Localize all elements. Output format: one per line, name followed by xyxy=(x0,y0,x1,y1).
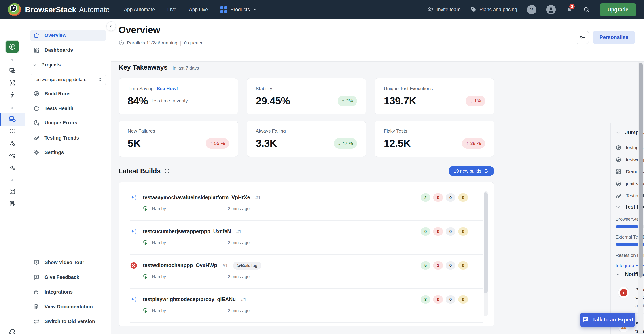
observability-sidebar: Overview Dashboards Projects testwdiojas… xyxy=(25,19,111,334)
upgrade-button[interactable]: Upgrade xyxy=(600,3,636,16)
sidebar-projects-header[interactable]: Projects xyxy=(30,60,106,70)
sidebar-item-show-video-tour[interactable]: Show Video Tour xyxy=(30,257,106,268)
build-number: #1 xyxy=(241,297,246,302)
builds-list-scrollbar[interactable] xyxy=(484,191,488,316)
sidebar-item-label: Give Feedback xyxy=(44,274,79,280)
access-key-button[interactable] xyxy=(576,31,589,44)
nav-link-app-automate[interactable]: App Automate xyxy=(124,7,155,12)
sidebar-item-tests-health[interactable]: Tests Health xyxy=(30,102,106,114)
chevron-left-icon xyxy=(109,24,113,28)
sidebar-item-give-feedback[interactable]: Give Feedback xyxy=(30,272,106,283)
build-name[interactable]: testwdiomochanppp_OyxHWp xyxy=(143,262,217,268)
dashboard-icon xyxy=(616,169,622,174)
sidebar-item-label: Tests Health xyxy=(44,106,73,111)
shield-check-icon xyxy=(142,206,148,212)
rail-requirement-testing-icon[interactable] xyxy=(8,199,17,208)
build-row[interactable]: testplaywrightcodeceptproxy_qIEANu #1 3 … xyxy=(130,288,483,322)
nav-link-app-live[interactable]: App Live xyxy=(189,7,208,12)
sidebar-item-label: Testing Trends xyxy=(44,135,79,141)
parallels-gauge-icon xyxy=(118,40,124,46)
trend-badge-down: 47 % xyxy=(334,138,357,149)
search-icon[interactable] xyxy=(583,6,590,13)
rail-test-observability-icon[interactable] xyxy=(8,114,17,124)
talk-to-expert-button[interactable]: Talk to an Expert xyxy=(580,312,635,327)
page-scrollbar-thumb[interactable] xyxy=(639,63,643,278)
brand-name[interactable]: BrowserStack xyxy=(25,5,76,14)
project-selector-dropdown[interactable]: testwdiojasminepppdefau... xyxy=(31,74,106,86)
sidebar-item-switch-old-version[interactable]: Switch to Old Version xyxy=(30,316,106,327)
brand-product: Automate xyxy=(79,6,110,14)
build-row[interactable]: testwdiomochanppp_OyxHWp #1 @BuildTag 5 … xyxy=(130,255,483,288)
passed-count-badge: 2 xyxy=(420,194,430,202)
sidebar-item-overview[interactable]: Overview xyxy=(30,30,106,41)
nav-link-live[interactable]: Live xyxy=(167,7,176,12)
rail-app-grid-icon[interactable] xyxy=(8,126,17,136)
kpi-value: 139.7K xyxy=(384,95,416,107)
ran-by-label: Ran by xyxy=(152,274,166,279)
tag-icon xyxy=(470,6,477,13)
invite-team-button[interactable]: Invite team xyxy=(427,6,461,13)
rail-visual-review-icon[interactable] xyxy=(8,151,17,160)
chevron-down-icon[interactable] xyxy=(616,204,620,210)
arrow-down-icon xyxy=(470,98,472,104)
rail-support-headset-icon[interactable] xyxy=(8,326,17,334)
sidebar-item-view-documentation[interactable]: View Documentation xyxy=(30,301,106,312)
shield-check-icon xyxy=(142,274,148,280)
rail-test-management-icon[interactable] xyxy=(8,186,17,196)
shield-check-icon xyxy=(142,240,148,246)
sidebar-item-settings[interactable]: Settings xyxy=(30,147,106,158)
rail-live-testing-icon[interactable] xyxy=(8,66,17,76)
builds-scrollbar-thumb[interactable] xyxy=(484,192,488,293)
rail-code-quality-icon[interactable] xyxy=(8,162,17,172)
arrow-up-icon xyxy=(466,140,469,146)
see-how-link[interactable]: See How! xyxy=(157,86,178,91)
rail-automate-product-icon[interactable] xyxy=(6,41,19,53)
shield-check-icon xyxy=(142,308,148,314)
chevron-down-icon[interactable] xyxy=(616,272,620,277)
rail-bug-capture-icon[interactable] xyxy=(8,78,17,88)
rail-accessibility-settings-icon[interactable] xyxy=(8,138,17,148)
sidebar-item-testing-trends[interactable]: Testing Trends xyxy=(30,132,106,144)
kpi-value: 5K xyxy=(128,137,141,149)
plans-pricing-button[interactable]: Plans and pricing xyxy=(470,6,517,13)
rail-accessibility-icon[interactable] xyxy=(8,90,17,100)
info-icon[interactable] xyxy=(164,168,170,174)
status-divider: | xyxy=(180,40,181,46)
sidebar-collapse-button[interactable] xyxy=(106,22,116,31)
kpi-value: 3.3K xyxy=(256,137,277,149)
build-row[interactable]: testaaaymochavalueinsideplatform_VpHrXe … xyxy=(130,187,483,221)
build-name[interactable]: testaaaymochavalueinsideplatform_VpHrXe xyxy=(143,194,250,200)
rail-active-indicator xyxy=(0,113,1,126)
chevron-down-icon xyxy=(32,62,37,67)
video-tour-icon xyxy=(33,259,40,266)
sidebar-item-dashboards[interactable]: Dashboards xyxy=(30,44,106,56)
build-run-icon xyxy=(616,145,622,150)
products-menu[interactable]: Products xyxy=(220,6,258,13)
observability-sparkle-icon xyxy=(130,194,138,202)
question-icon: ? xyxy=(530,6,533,13)
sidebar-item-unique-errors[interactable]: Unique Errors xyxy=(30,117,106,128)
sidebar-item-integrations[interactable]: Integrations xyxy=(30,286,106,298)
build-name[interactable]: testplaywrightcodeceptproxy_qIEANu xyxy=(143,296,236,302)
page-scrollbar[interactable] xyxy=(638,19,643,334)
chevron-down-icon xyxy=(253,8,258,12)
sidebar-item-build-runs[interactable]: Build Runs xyxy=(30,88,106,100)
build-row[interactable]: testcucumberjswrapperppp_UxcfeN #1 0 0 0… xyxy=(130,221,483,255)
personalise-button[interactable]: Personalise xyxy=(593,31,635,44)
build-name[interactable]: testcucumberjswrapperppp_UxcfeN xyxy=(143,228,231,234)
chevron-down-icon[interactable] xyxy=(616,130,620,135)
help-button[interactable]: ? xyxy=(527,5,536,14)
build-time: 2 mins ago xyxy=(228,240,250,245)
notifications-bell-button[interactable]: 3 xyxy=(566,6,573,14)
kpi-card-time-saving: Time Saving See How! 84% less time to ve… xyxy=(118,78,238,114)
account-button[interactable] xyxy=(546,5,556,14)
kpi-value: 29.45% xyxy=(256,95,290,107)
observability-sparkle-icon xyxy=(130,228,138,236)
browserstack-logo-icon[interactable] xyxy=(8,3,21,16)
kpi-card-flaky-tests: Flaky Tests 12.5K 39 % xyxy=(374,121,494,157)
key-takeaways-section: Key Takeaways In last 7 days Time Saving… xyxy=(118,64,494,157)
trend-badge-up: 55 % xyxy=(206,138,229,149)
failed-count-badge: 0 xyxy=(433,194,443,202)
arrow-down-icon xyxy=(338,140,340,146)
new-builds-button[interactable]: 19 new builds xyxy=(448,166,494,176)
